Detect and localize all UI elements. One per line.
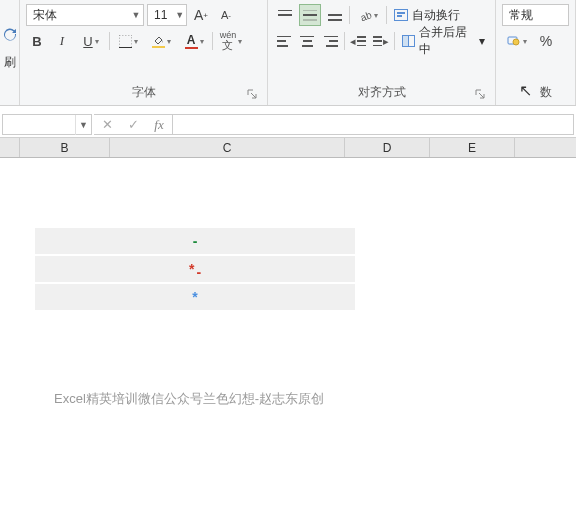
credit-text: Excel精英培训微信公众号兰色幻想-赵志东原创 [54,390,324,408]
border-button[interactable]: ▾ [113,30,143,52]
svg-rect-0 [119,35,132,48]
decrease-indent-button[interactable]: ◂ [348,30,368,52]
cell[interactable]: * - [35,256,355,284]
font-group-label: 字体 [26,81,261,105]
accounting-format-button[interactable]: ▾ [502,30,532,52]
font-size-value: 11 [148,8,173,22]
font-group: 宋体 ▼ 11 ▼ A+ A- B I U▾ [20,0,268,105]
align-middle-button[interactable] [299,4,321,26]
font-name-combo[interactable]: 宋体 ▼ [26,4,144,26]
svg-point-4 [513,39,519,45]
cancel-formula-button[interactable]: ✕ [94,117,120,132]
chevron-down-icon: ▼ [173,10,186,20]
chevron-down-icon: ▼ [129,10,143,20]
cell[interactable]: - [35,228,355,256]
column-header[interactable]: E [430,138,515,157]
font-color-swatch [185,47,198,49]
column-header[interactable]: C [110,138,345,157]
column-header[interactable]: B [20,138,110,157]
number-format-combo[interactable]: 常规 [502,4,569,26]
number-group-label: ↖ 数 [502,78,569,105]
fill-color-button[interactable]: ▾ [146,30,176,52]
insert-function-button[interactable]: fx [146,117,172,133]
align-right-button[interactable] [321,30,341,52]
quick-access-strip: 刷 [0,0,20,105]
number-format-value: 常规 [503,7,568,24]
align-left-button[interactable] [274,30,294,52]
font-size-combo[interactable]: 11 ▼ [147,4,187,26]
percent-button[interactable]: % [535,30,557,52]
worksheet-area[interactable]: - * - * Excel精英培训微信公众号兰色幻想-赵志东原创 [0,158,576,506]
refresh-button[interactable] [0,24,21,46]
wrap-text-button[interactable]: 自动换行 [390,4,464,26]
bold-button[interactable]: B [26,30,48,52]
column-header[interactable]: D [345,138,430,157]
decrease-font-button[interactable]: A- [215,4,237,26]
cursor-icon: ↖ [519,82,532,99]
alignment-group: ab▾ 自动换行 ◂ ▸ 合并后居中 ▾ [268,0,496,105]
align-bottom-button[interactable] [324,4,346,26]
merge-center-button[interactable]: 合并后居中 ▾ [398,30,489,52]
alignment-group-label: 对齐方式 [274,81,489,105]
cell[interactable]: * [35,284,355,312]
sample-cells: - * - * [35,228,355,312]
increase-indent-button[interactable]: ▸ [371,30,391,52]
underline-button[interactable]: U▾ [76,30,106,52]
font-color-button[interactable]: A ▾ [179,30,209,52]
name-box[interactable]: ▼ [2,114,92,135]
column-headers: B C D E [0,138,576,158]
dialog-launcher-icon[interactable] [247,89,259,101]
orientation-button[interactable]: ab▾ [353,4,383,26]
formula-input[interactable] [173,114,574,135]
align-top-button[interactable] [274,4,296,26]
svg-text:ab: ab [359,9,372,22]
font-name-value: 宋体 [27,7,129,24]
formula-bar: ▼ ✕ ✓ fx [0,112,576,138]
chevron-down-icon: ▼ [75,115,91,135]
refresh-label: 刷 [4,54,16,71]
fill-color-swatch [152,46,165,48]
dialog-launcher-icon[interactable] [475,89,487,101]
merge-icon [402,35,415,47]
ribbon: 刷 宋体 ▼ 11 ▼ A+ A- B [0,0,576,106]
select-all-corner[interactable] [0,138,20,157]
align-center-button[interactable] [297,30,317,52]
wrap-text-icon [394,9,408,21]
phonetic-button[interactable]: wén文 ▾ [216,30,246,52]
enter-formula-button[interactable]: ✓ [120,117,146,132]
increase-font-button[interactable]: A+ [190,4,212,26]
number-group: 常规 ▾ % ↖ 数 [496,0,576,105]
italic-button[interactable]: I [51,30,73,52]
